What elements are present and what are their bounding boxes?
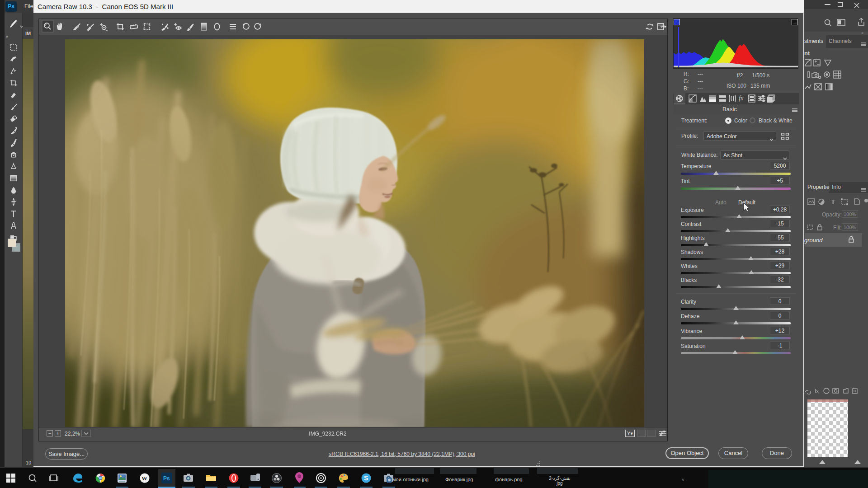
svg-text:fx: fx bbox=[815, 388, 819, 394]
svg-text:W: W bbox=[142, 475, 147, 482]
svg-text:T: T bbox=[831, 199, 835, 206]
svg-text:Ps: Ps bbox=[163, 475, 170, 482]
svg-text:fx: fx bbox=[739, 95, 744, 102]
svg-text:S: S bbox=[364, 474, 368, 482]
